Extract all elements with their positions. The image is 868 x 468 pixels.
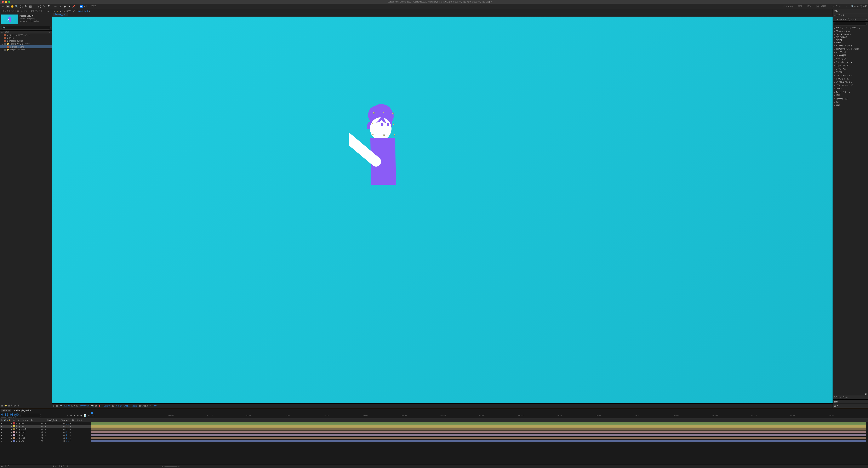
project-item[interactable]: ▣People_ver2 xyxy=(0,45,52,48)
ws-more[interactable]: » xyxy=(843,4,849,8)
view-dropdown[interactable]: 1 画面 xyxy=(132,404,137,407)
info-panel-header[interactable]: 情報 xyxy=(833,9,868,13)
home-icon[interactable]: ⌂ xyxy=(1,5,5,8)
pen-tool[interactable]: ✎ xyxy=(42,5,46,8)
effect-category[interactable]: 時間 xyxy=(833,100,868,104)
project-item[interactable]: ▣Peple xyxy=(0,37,52,39)
effect-category[interactable]: マット xyxy=(833,87,868,90)
text-tool[interactable]: T xyxy=(47,5,51,8)
help-search[interactable]: 🔍 ヘルプを検索 xyxy=(851,5,867,8)
effect-category[interactable]: カラー補正 xyxy=(833,54,868,57)
new-button[interactable]: ▣ xyxy=(833,393,868,396)
layer-row[interactable]: ●▸2▣ hed⊕ ╱⊘ なし ▾ xyxy=(0,425,91,428)
tl-footer-icon2[interactable]: ⊖ xyxy=(5,465,6,467)
ws-small[interactable]: 小さい画面 xyxy=(813,4,828,8)
effect-category[interactable]: テキスト xyxy=(833,70,868,74)
tab-project[interactable]: プロジェクト xyxy=(29,9,44,13)
interpret-icon[interactable]: ▦ xyxy=(1,404,3,407)
snap-checkbox[interactable] xyxy=(80,5,83,8)
lock-icon[interactable]: 🔒 xyxy=(56,10,59,12)
effect-category[interactable]: イマーシブビデオ xyxy=(833,44,868,47)
snap-option-icon[interactable]: ⊼ xyxy=(92,5,94,7)
effect-category[interactable]: CINEMA 4D xyxy=(833,36,868,38)
folder-button[interactable]: 📁 xyxy=(4,404,7,407)
layer-bar[interactable] xyxy=(91,425,866,428)
layer-row[interactable]: ●▸1▣ hair⊕ ╱⊘ なし ▾ xyxy=(0,422,91,425)
zoom-slider[interactable]: ▲ ○━━━━━━━━━━ ▲ xyxy=(161,465,180,467)
timecode[interactable]: 0:00:00:00 xyxy=(1,413,19,416)
timeline-ruler[interactable]: 00f00:15f01:00f01:15f02:00f02:15f03:00f0… xyxy=(91,412,868,418)
tl-shy-icon[interactable]: ▲ xyxy=(73,414,75,417)
layer-row[interactable]: ●▸7▣ BG⊕ ╱⊘ なし ▾ xyxy=(0,439,91,442)
effects-search[interactable] xyxy=(834,22,867,26)
effect-category[interactable]: * アニメーションプリセット xyxy=(833,27,868,30)
close-window[interactable] xyxy=(2,1,4,3)
cc-panel-header[interactable]: CC ライブラリ xyxy=(833,396,868,400)
tl-icon1[interactable]: ⟲ xyxy=(67,414,69,417)
layer-bar[interactable] xyxy=(91,437,866,439)
tab-more[interactable]: » ≡ xyxy=(44,10,51,13)
zoom-dropdown[interactable]: 200 % xyxy=(64,405,70,407)
layer-bar[interactable] xyxy=(91,431,866,433)
effect-category[interactable]: Matte xyxy=(833,41,868,44)
column-icon[interactable]: ◬ xyxy=(49,31,51,33)
effect-category[interactable]: エクスプレッション制御 xyxy=(833,47,868,51)
effect-category[interactable]: オーディオ xyxy=(833,51,868,54)
layer-bar[interactable] xyxy=(91,428,866,431)
project-item[interactable]: ▣プリコンポジション 1 xyxy=(0,34,52,37)
layer-bar[interactable] xyxy=(91,440,866,442)
layer-bars[interactable] xyxy=(91,422,868,464)
tag-icon[interactable]: 🏷 xyxy=(1,31,3,33)
tl-graph-icon[interactable]: 📊 xyxy=(84,414,86,417)
puppet-tool[interactable]: 📌 xyxy=(72,5,76,8)
res-dropdown[interactable]: フル画質 xyxy=(102,404,111,407)
comp-tab[interactable]: People_ver2 xyxy=(53,13,68,16)
clone-tool[interactable]: ▲ xyxy=(58,5,62,8)
view-options[interactable]: ▦ 🖵 ▦ ◬ ⚙ xyxy=(139,405,151,407)
effect-category[interactable]: チャンネル xyxy=(833,67,868,70)
effect-category[interactable]: シミュレーション xyxy=(833,61,868,64)
minimize-window[interactable] xyxy=(5,1,7,3)
ws-standard[interactable]: 標準 xyxy=(805,4,813,8)
orbit-tool[interactable]: ◯ xyxy=(20,5,23,8)
effect-category[interactable]: 遠近 xyxy=(833,104,868,107)
effect-category[interactable]: 旧バージョン xyxy=(833,97,868,100)
timeline-search[interactable] xyxy=(20,414,41,417)
rotate-tool[interactable]: ↻ xyxy=(24,5,28,8)
layer-bar[interactable] xyxy=(91,422,866,425)
exposure[interactable]: +0.0 xyxy=(152,405,156,407)
effect-category[interactable]: ディストーション xyxy=(833,74,868,77)
effect-category[interactable]: ブラー＆シャープ xyxy=(833,84,868,87)
tl-icon2[interactable]: ◈ xyxy=(70,414,72,417)
tl-footer-icon3[interactable]: {} xyxy=(8,465,9,467)
name-column[interactable]: 名前 xyxy=(5,31,9,34)
project-item[interactable]: ▸📁People レイヤー xyxy=(0,48,52,51)
grid-icon[interactable]: ▦ xyxy=(56,405,58,407)
snap-option2-icon[interactable]: ⊻ xyxy=(94,5,96,7)
snapshot-icon[interactable]: 📷 xyxy=(91,405,93,407)
zoom-tool[interactable]: 🔍 xyxy=(15,5,19,8)
align-panel-header[interactable]: 整列 xyxy=(833,400,868,404)
maximize-window[interactable] xyxy=(8,1,10,3)
layer-row[interactable]: ●▸5▣ fot L⊕ ╱⊘ なし ▾ xyxy=(0,434,91,436)
transparent-icon[interactable]: ▧ xyxy=(112,405,114,407)
res-icon[interactable]: ⊞ ▾ xyxy=(71,405,74,407)
show-snapshot-icon[interactable]: ▣ xyxy=(95,405,97,407)
effect-category[interactable]: Keying xyxy=(833,38,868,41)
selection-tool[interactable]: ▶ xyxy=(6,5,9,8)
project-item[interactable]: ▸📁People_ver2 レイヤー xyxy=(0,42,52,45)
eraser-tool[interactable]: ◆ xyxy=(63,5,66,8)
layer-row[interactable]: ●▸6▣ leg L⊕ ╱⊘ なし ▾ xyxy=(0,436,91,439)
tab-effect-controls[interactable]: フェクトコントロール hed xyxy=(1,9,29,13)
layer-row[interactable]: ●▸4▣ body⊕ ╱⊘ なし ▾ xyxy=(0,431,91,434)
pan-behind-tool[interactable]: ▦ xyxy=(29,5,32,8)
roto-tool[interactable]: ✦ xyxy=(67,5,71,8)
effect-category[interactable]: Boris FX Mocha xyxy=(833,33,868,36)
tl-icon7[interactable]: ⊡ xyxy=(88,414,90,417)
audio-panel-header[interactable]: オーディオ xyxy=(833,13,868,18)
tl-icon5[interactable]: ◉ xyxy=(80,414,82,417)
ws-learn[interactable]: 学習 xyxy=(796,4,804,8)
tl-tab-peple[interactable]: ■ Peple xyxy=(1,409,11,412)
effect-category[interactable]: スタイライズ xyxy=(833,64,868,67)
effect-category[interactable]: 描画 xyxy=(833,94,868,97)
